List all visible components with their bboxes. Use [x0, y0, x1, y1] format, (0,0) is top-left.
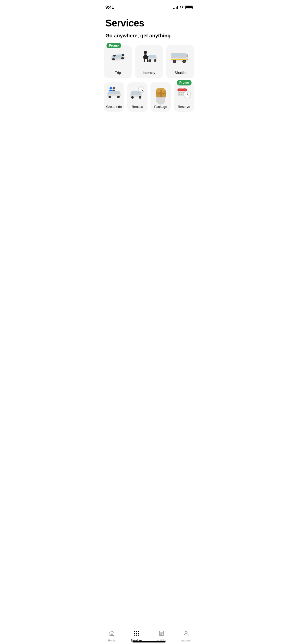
group-ride-icon: [106, 86, 122, 99]
svg-point-39: [110, 87, 112, 90]
svg-rect-37: [171, 59, 188, 60]
svg-point-59: [131, 96, 134, 99]
rentals-label: Rentals: [132, 105, 143, 109]
svg-rect-21: [153, 55, 156, 57]
svg-rect-20: [150, 55, 152, 57]
package-icon: [153, 86, 168, 99]
service-card-group-ride[interactable]: Group ride: [104, 82, 124, 112]
svg-rect-74: [181, 94, 182, 95]
promo-badge-trip: Promo: [106, 43, 121, 48]
svg-rect-28: [175, 54, 178, 56]
service-card-shuttle[interactable]: Shuttle: [166, 45, 194, 78]
svg-rect-24: [157, 58, 158, 58]
wifi-icon: [179, 5, 184, 10]
svg-rect-58: [136, 92, 139, 94]
status-bar: 9:41: [99, 0, 199, 13]
intercity-icon: [139, 49, 159, 65]
svg-point-36: [183, 61, 185, 62]
battery-icon: [185, 6, 193, 9]
svg-rect-14: [144, 58, 145, 62]
svg-rect-32: [188, 58, 189, 59]
promo-badge-reserve: Promo: [177, 80, 192, 85]
svg-rect-49: [120, 94, 121, 95]
svg-point-54: [141, 90, 142, 90]
svg-rect-27: [172, 54, 174, 56]
intercity-label: Intercity: [143, 71, 155, 75]
page-header: Services Go anywhere, get anything: [99, 13, 199, 41]
service-card-intercity[interactable]: Intercity: [135, 45, 163, 78]
svg-rect-15: [147, 58, 148, 62]
svg-point-48: [117, 96, 120, 98]
svg-point-23: [154, 59, 156, 62]
svg-rect-30: [182, 54, 184, 56]
reserve-icon: [176, 86, 192, 99]
svg-point-10: [144, 51, 147, 54]
svg-rect-4: [117, 55, 121, 57]
svg-point-47: [109, 96, 111, 98]
svg-point-60: [139, 96, 141, 99]
svg-rect-38: [187, 55, 188, 57]
svg-rect-29: [179, 54, 181, 56]
service-card-package[interactable]: Package: [151, 82, 171, 112]
svg-rect-69: [178, 90, 187, 91]
service-card-reserve[interactable]: Promo: [174, 82, 194, 112]
rentals-icon: [130, 86, 145, 99]
svg-rect-46: [113, 92, 116, 94]
service-card-rentals[interactable]: Rentals: [127, 82, 148, 112]
svg-rect-12: [143, 56, 145, 59]
page-subtitle: Go anywhere, get anything: [105, 33, 193, 39]
svg-rect-81: [184, 88, 185, 90]
svg-point-41: [113, 87, 115, 90]
svg-point-22: [149, 59, 151, 62]
trip-icon: [108, 49, 128, 65]
svg-rect-71: [181, 92, 182, 93]
svg-rect-80: [180, 88, 180, 90]
svg-point-34: [174, 61, 175, 62]
status-icons: [173, 5, 193, 10]
status-time: 9:41: [105, 5, 114, 10]
trip-label: Trip: [115, 71, 121, 75]
shuttle-icon: [170, 49, 190, 65]
group-ride-label: Group ride: [106, 105, 122, 109]
page-title: Services: [105, 18, 193, 29]
svg-rect-57: [132, 92, 135, 94]
services-row-2: Group ride Rentals: [99, 82, 199, 116]
svg-rect-70: [179, 92, 180, 93]
svg-rect-66: [157, 91, 158, 95]
shuttle-label: Shuttle: [174, 71, 186, 75]
svg-rect-45: [109, 92, 112, 94]
service-card-trip[interactable]: Promo Trip: [104, 45, 132, 78]
package-label: Package: [154, 105, 167, 109]
signal-icon: [173, 6, 178, 9]
reserve-label: Reserve: [178, 105, 190, 109]
svg-rect-73: [179, 94, 180, 95]
services-row-1: Promo Trip: [99, 41, 199, 82]
svg-point-79: [187, 94, 188, 95]
